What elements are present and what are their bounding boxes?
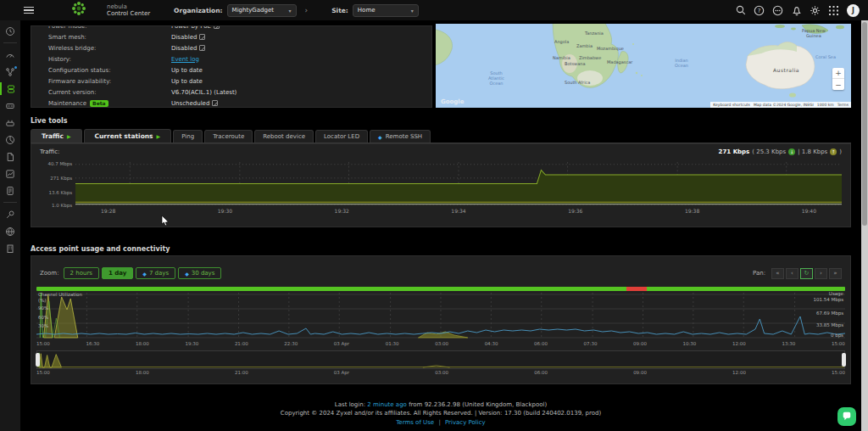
info-value: Up to date	[171, 78, 203, 85]
button-label: 30 days	[192, 270, 215, 277]
tab-traffic[interactable]: Traffic ▶	[31, 129, 82, 143]
info-label: Power mode:	[48, 25, 171, 30]
zoom-7-days-button[interactable]: ◆7 days	[136, 267, 175, 279]
event-log-link[interactable]: Event log	[171, 56, 199, 63]
page-footer: Last login: 2 minute ago from 92.236.2.9…	[20, 400, 861, 428]
zoom-1-day-button[interactable]: 1 day	[102, 267, 133, 279]
tab-remote-ssh[interactable]: ◆ Remote SSH	[370, 130, 431, 143]
tab-current-stations[interactable]: Current stations ▶	[84, 129, 172, 143]
location-map[interactable]: Tanzania Angola Zambia Mozambique Namibi…	[436, 24, 851, 108]
tick-label[interactable]: «	[771, 268, 784, 279]
apps-grid-icon[interactable]	[828, 5, 839, 16]
feedback-icon[interactable]	[772, 5, 783, 16]
slider-handle-left[interactable]	[36, 353, 40, 367]
copyright-line: Copyright © 2024 Zyxel and/or its affili…	[20, 409, 861, 418]
info-label: Wireless bridge:	[48, 45, 171, 52]
site-label: Site:	[331, 7, 348, 14]
sidebar-item-access-points[interactable]	[0, 82, 20, 95]
tick-label: 19:30	[218, 208, 232, 214]
sidebar-item-gateway[interactable]	[0, 116, 20, 129]
range-slider[interactable]	[36, 350, 845, 369]
slider-handle-right[interactable]	[842, 353, 846, 367]
map-zoom-control: + −	[832, 68, 844, 90]
sidebar-item-topology[interactable]	[0, 65, 20, 78]
edit-icon[interactable]	[212, 100, 218, 106]
tick-label[interactable]: ›	[815, 268, 827, 279]
map-terms-link[interactable]: Terms	[837, 103, 849, 107]
utilization-chart-svg	[36, 291, 845, 340]
tick-label: 09:00	[633, 370, 647, 375]
notification-dot	[14, 66, 17, 69]
chat-icon	[842, 411, 852, 422]
sidebar-item-dashboard[interactable]	[0, 48, 20, 61]
sidebar-item-organization[interactable]	[0, 242, 20, 255]
tick-label[interactable]: »	[829, 268, 842, 279]
info-value: Up to date	[171, 67, 203, 74]
brand-line2: Control Center	[107, 10, 150, 17]
tick-label: 06:00	[534, 370, 548, 375]
map-zoom-out-button[interactable]: −	[832, 79, 844, 90]
sidebar-item-firmware[interactable]	[0, 150, 20, 163]
map-zoom-in-button[interactable]: +	[832, 68, 844, 79]
traffic-chart-svg	[75, 160, 842, 207]
help-icon[interactable]: ?	[754, 5, 765, 16]
zoom-30-days-button[interactable]: ◆30 days	[178, 267, 221, 279]
diamond-icon: ◆	[142, 271, 147, 277]
info-label: Maintenance	[48, 100, 86, 107]
chat-widget-button[interactable]	[837, 407, 856, 426]
keyboard-shortcuts-link[interactable]: Keyboard shortcuts	[713, 103, 750, 107]
notifications-bell-icon[interactable]	[791, 5, 802, 16]
info-row: Power mode: Power by PoE	[31, 25, 431, 31]
upload-arrow-icon: ↑	[830, 148, 837, 155]
play-icon: ▶	[67, 133, 71, 139]
tick-label[interactable]: ‹	[786, 268, 798, 279]
site-dropdown[interactable]: Home ▾	[353, 4, 419, 17]
tab-label: Current stations	[95, 132, 153, 140]
scrollbar-thumb[interactable]	[862, 22, 867, 226]
traffic-chart: 40.7 Mbps 271 Kbps 13.6 Kbps 1.0 Kbps	[75, 160, 842, 207]
pan-buttons[interactable]: «‹↻›»	[770, 268, 842, 279]
traffic-close-paren: )	[839, 148, 842, 155]
tick-label[interactable]: ↻	[800, 268, 813, 279]
edit-icon[interactable]	[199, 34, 205, 40]
organization-dropdown[interactable]: MightyGadget ▾	[227, 4, 297, 17]
sidebar-item-monitor[interactable]	[0, 167, 20, 180]
info-value: Unscheduled	[171, 100, 209, 107]
tab-locator-led[interactable]: Locator LED	[315, 130, 368, 143]
zoom-2-hours-button[interactable]: 2 hours	[64, 267, 99, 279]
sidebar-item-tools[interactable]	[0, 208, 20, 221]
user-avatar[interactable]: J	[847, 4, 860, 17]
search-icon[interactable]	[735, 5, 746, 16]
tab-label: Locator LED	[324, 133, 359, 140]
tab-traceroute[interactable]: Traceroute	[204, 130, 253, 143]
sidebar-item-health[interactable]	[0, 25, 20, 37]
hamburger-menu-icon[interactable]	[24, 7, 34, 14]
edit-icon[interactable]	[199, 45, 205, 51]
page-scrollbar[interactable]	[861, 20, 868, 431]
terms-of-use-link[interactable]: Terms of Use	[396, 419, 434, 426]
tick-label: 03:00	[435, 341, 448, 346]
tick-label: 10:30	[683, 341, 697, 346]
diamond-icon: ◆	[185, 271, 189, 277]
sidebar-item-support[interactable]	[0, 225, 20, 238]
settings-gear-icon[interactable]	[810, 5, 821, 16]
sidebar-item-switch[interactable]	[0, 99, 20, 112]
y-tick: 13.6 Kbps	[35, 190, 72, 195]
traffic-chart-label: Traffic:	[40, 148, 59, 155]
tab-ping[interactable]: Ping	[173, 130, 203, 143]
privacy-policy-link[interactable]: Privacy Policy	[445, 419, 486, 426]
info-value: Disabled	[171, 34, 197, 41]
tick-label: 19:30	[185, 341, 198, 346]
svg-text:?: ?	[758, 8, 761, 14]
sidebar-item-reports[interactable]	[0, 184, 20, 197]
tab-reboot-device[interactable]: Reboot device	[254, 130, 314, 143]
edit-icon[interactable]	[214, 25, 220, 29]
last-login-time-link[interactable]: 2 minute ago	[367, 401, 407, 408]
tick-label: 18:00	[136, 341, 149, 346]
tick-label: 21:00	[235, 370, 248, 375]
sidebar-item-clients[interactable]	[0, 133, 20, 146]
legal-line: Terms of Use | Privacy Policy	[20, 418, 861, 428]
traffic-download: ( 25.3 Kbps	[752, 148, 786, 155]
tab-label: Remote SSH	[386, 133, 422, 140]
tick-label: 12:00	[732, 341, 746, 346]
